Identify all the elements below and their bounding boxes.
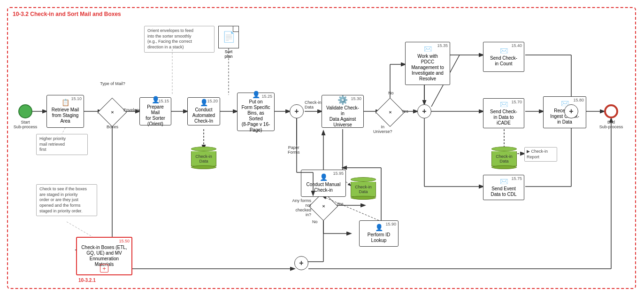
db-auto-bottom: [191, 165, 216, 169]
task-1530-number: 15.30: [351, 96, 361, 101]
task-1550-plus-icon: +: [100, 264, 108, 273]
task-1535[interactable]: 15.35 ✉️ Work withPDCCManagement toInves…: [405, 42, 450, 85]
task-1575-number: 15.75: [511, 176, 522, 181]
task-1510[interactable]: 15.10 📋 Retrieve Mailfrom StagingArea: [46, 95, 84, 128]
task-1575[interactable]: 15.75 ✉️ Send EventData to CDL: [483, 175, 524, 200]
task-1520-label: ConductAutomatedCheck-In: [192, 107, 215, 124]
end-event: [604, 104, 618, 118]
start-event: [18, 104, 32, 118]
sort-plan-doc: 📄 Sortplan: [218, 26, 239, 59]
task-1515-number: 15.15: [158, 99, 169, 103]
task-1525-icon: 👤: [252, 91, 260, 98]
yes-label-forms: Yes: [337, 202, 344, 206]
task-1575-icon: ✉️: [500, 178, 508, 185]
no-label-forms: No: [312, 219, 318, 224]
task-1575-label: Send EventData to CDL: [491, 186, 516, 197]
task-1580-number: 15.80: [573, 98, 584, 102]
task-1550-number: 15.50: [119, 239, 130, 243]
report-icon: ▶ Check-inReport: [527, 149, 555, 160]
task-1520-icon: 👤: [200, 99, 208, 106]
task-1525-number: 15.25: [261, 94, 272, 99]
checkin-report: ▶ Check-inReport: [524, 147, 557, 162]
db-checkin2-body: Check-inData: [491, 151, 517, 166]
task-1540-label: Send Check-in Count: [490, 55, 517, 67]
diagram-container: 10-3.2 Check-in and Sort Mail and Boxes: [7, 7, 636, 289]
svg-line-47: [62, 128, 65, 134]
task-1535-number: 15.35: [437, 43, 448, 48]
annotation-priority: Higher prioritymail retrievedfirst: [36, 134, 88, 155]
diagram-title: 10-3.2 Check-in and Sort Mail and Boxes: [13, 11, 121, 17]
task-1515[interactable]: 15.15 👤 Prepare Mailfor Sorter(Orient): [139, 97, 171, 125]
plus-gateway-checkin: +: [290, 104, 304, 118]
yes-label-universe: Yes: [401, 109, 408, 114]
task-1540-number: 15.40: [511, 43, 522, 48]
plus-gateway-final: +: [294, 256, 308, 270]
task-1535-label: Work withPDCCManagement toInvestigate an…: [411, 54, 444, 82]
db-manual-body: Check-inData: [351, 182, 376, 197]
task-1510-number: 15.10: [71, 96, 82, 101]
in-universe-label: InUniverse?: [373, 125, 392, 134]
task-1540-icon: ✉️: [500, 47, 508, 55]
no-label-universe: No: [388, 91, 394, 95]
svg-line-50: [67, 222, 92, 237]
task-1520-number: 15.20: [207, 99, 218, 103]
db-auto-top: [191, 147, 216, 151]
annotation-orient: Orient envelopes to feedinto the sorter …: [144, 26, 215, 53]
gateway-universe: ✕: [379, 101, 401, 124]
db-checkin2: Check-inData: [491, 147, 517, 169]
db-checkin2-top: [491, 147, 517, 151]
task-1535-icon: ✉️: [424, 45, 432, 53]
task-1590-number: 15.90: [385, 222, 396, 226]
task-1530-label: Validate Check-inData AgainstUniverse: [325, 105, 360, 128]
task-1595-label: Conduct ManualCheck-in: [307, 182, 341, 193]
task-1595-icon: 👤: [320, 173, 328, 181]
task-1590[interactable]: 15.90 👤 Perform IDLookup: [359, 220, 399, 247]
db-auto-body: Check-inData: [191, 151, 216, 166]
boxes-label: Boxes: [107, 125, 118, 129]
task-1595[interactable]: 15.95 👤 Conduct ManualCheck-in: [301, 170, 346, 197]
end-label: EndSub-process: [598, 120, 625, 129]
task-1590-icon: 👤: [375, 224, 383, 231]
task-1525[interactable]: 15.25 👤 Put onForm SpecificBins, asSorte…: [237, 93, 275, 131]
annotation-boxes: Check to see if the boxesare staged in p…: [36, 184, 97, 216]
plus-gateway-merge1: +: [417, 104, 431, 118]
task-1570-icon: ✉️: [500, 101, 508, 108]
task-1550[interactable]: 15.50 Check-in Boxes (ETL,GQ, UE) and MV…: [76, 237, 132, 275]
task-1570-label: Send Check-in Data toiCADE: [490, 109, 517, 126]
gateway-mail-type-label: Type of Mail?: [96, 81, 129, 86]
plus-gateway-end: +: [564, 104, 578, 118]
task-1510-label: Retrieve Mailfrom StagingArea: [52, 107, 79, 124]
gateway-mail-type: ✕: [101, 101, 123, 124]
db-manual: Check-inData: [351, 177, 376, 200]
task-1510-icon: 📋: [61, 99, 69, 106]
any-forms-label: Any formsnotcheckedin?: [288, 198, 311, 217]
task-1590-label: Perform IDLookup: [368, 232, 390, 243]
db-checkin2-bottom: [491, 165, 517, 169]
checkin-data-label: Check-inData: [305, 100, 322, 109]
db-manual-bottom: [351, 196, 376, 200]
task-1570[interactable]: 15.70 ✉️ Send Check-in Data toiCADE: [483, 98, 524, 128]
task-1595-number: 15.95: [333, 171, 344, 176]
svg-line-51: [346, 182, 351, 186]
task-1515-label: Prepare Mailfor Sorter(Orient): [143, 104, 168, 127]
gateway-forms: ✕: [312, 195, 335, 218]
task-1570-number: 15.70: [511, 100, 522, 104]
db-auto: Check-inData: [191, 147, 216, 169]
task-1520[interactable]: 15.20 👤 ConductAutomatedCheck-In: [187, 97, 220, 125]
task-1530[interactable]: 15.30 ⚙️ Validate Check-inData AgainstUn…: [322, 95, 364, 128]
start-label: StartSub-process: [13, 120, 38, 129]
task-1540[interactable]: 15.40 ✉️ Send Check-in Count: [483, 42, 524, 72]
db-manual-top: [351, 177, 376, 182]
paper-forms-label: PaperForms: [288, 145, 300, 155]
subprocess-1550-label: 10-3.2.1: [78, 278, 96, 283]
task-1525-label: Put onForm SpecificBins, asSorted(8-Page…: [241, 99, 270, 133]
